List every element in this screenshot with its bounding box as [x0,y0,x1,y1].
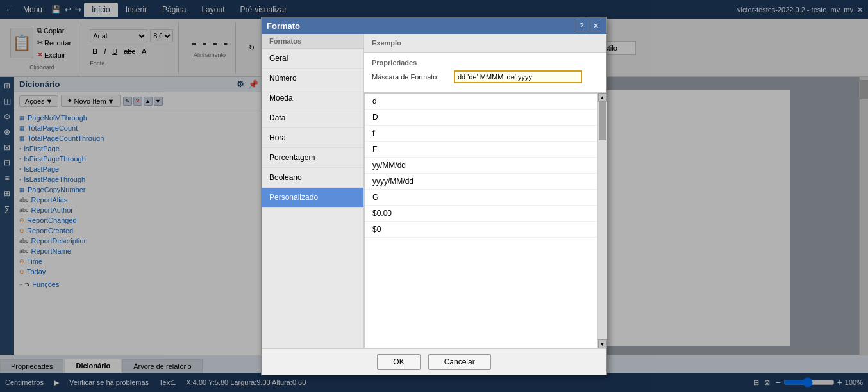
modal-footer: OK Cancelar [262,348,606,375]
list-item-D[interactable]: D [365,110,597,126]
sidebar-geral[interactable]: Geral [262,49,363,69]
modal-body: Formatos Geral Número Moeda Data Hora Po… [262,34,606,348]
modal-help-button[interactable]: ? [576,20,587,31]
list-item-d[interactable]: d [365,94,597,110]
example-area: Exemplo [364,34,606,53]
list-container: d D f F yy/MM/dd yyyy/MM/dd G $0.00 $0 ▲ [364,93,606,348]
list-item-yyyymmdd[interactable]: yyyy/MM/dd [365,174,597,190]
format-list: d D f F yy/MM/dd yyyy/MM/dd G $0.00 $0 [364,93,597,348]
mascara-label: Máscara de Formato: [372,73,449,81]
modal-content: Exemplo Propriedades Máscara de Formato:… [364,34,606,348]
scroll-up-btn[interactable]: ▲ [598,93,607,102]
modal-scrollbar[interactable]: ▲ ▼ [597,93,606,348]
cancelar-button[interactable]: Cancelar [428,354,491,370]
scroll-thumb [599,102,606,140]
list-item-f[interactable]: f [365,126,597,142]
modal-header-buttons: ? ✕ [576,20,601,31]
sidebar-data[interactable]: Data [262,108,363,128]
list-item-yymmdd[interactable]: yy/MM/dd [365,158,597,174]
mascara-row: Máscara de Formato: [372,70,599,83]
sidebar-moeda[interactable]: Moeda [262,88,363,108]
list-item-dollar[interactable]: $0 [365,222,597,238]
sidebar-porcentagem[interactable]: Porcentagem [262,148,363,168]
scroll-down-btn[interactable]: ▼ [598,339,607,348]
modal-header: Formato ? ✕ [262,17,606,34]
modal-overlay: Formato ? ✕ Formatos Geral Número Moeda … [0,0,868,392]
scroll-track[interactable] [598,102,607,339]
example-label: Exemplo [372,39,599,47]
modal-formato: Formato ? ✕ Formatos Geral Número Moeda … [261,17,607,375]
sidebar-booleano[interactable]: Booleano [262,168,363,188]
modal-title: Formato [267,21,300,31]
sidebar-hora[interactable]: Hora [262,128,363,148]
mascara-input[interactable] [454,70,582,83]
list-item-dollar-dec[interactable]: $0.00 [365,206,597,222]
list-item-G[interactable]: G [365,190,597,206]
sidebar-personalizado[interactable]: Personalizado [262,188,363,208]
list-item-F[interactable]: F [365,142,597,158]
props-area: Propriedades Máscara de Formato: [364,53,606,93]
formats-header: Formatos [262,34,363,49]
sidebar-numero[interactable]: Número [262,69,363,88]
ok-button[interactable]: OK [377,354,420,370]
modal-close-button[interactable]: ✕ [590,20,601,31]
props-label: Propriedades [372,59,599,67]
modal-sidebar: Formatos Geral Número Moeda Data Hora Po… [262,34,364,348]
